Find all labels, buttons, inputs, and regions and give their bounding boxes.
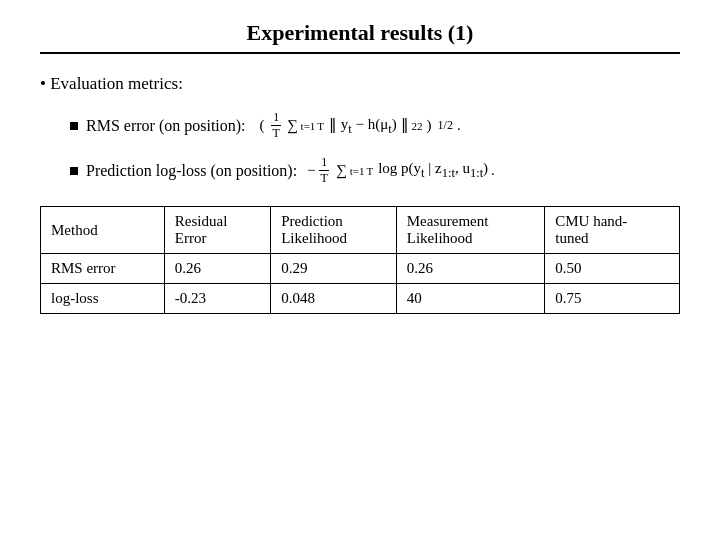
rms-formula: ( 1T ∑ t=1 T ‖ yt − h(μt) ‖ 2 2 ) 1/2 . [256, 110, 461, 141]
log-loss-formula: − 1T ∑ t=1 T log p(yt | z1:t, u1:t) . [307, 155, 495, 186]
table-row: log-loss -0.23 0.048 40 0.75 [41, 284, 680, 314]
cell-cmu-1: 0.50 [545, 254, 680, 284]
content-area: Evaluation metrics: RMS error (on positi… [40, 74, 680, 314]
cell-meas-1: 0.26 [396, 254, 545, 284]
rms-error-bullet: RMS error (on position): ( 1T ∑ t=1 T ‖ … [70, 110, 680, 141]
rms-label: RMS error (on position): [86, 117, 246, 135]
col-method: Method [41, 207, 165, 254]
evaluation-metrics-header: Evaluation metrics: [40, 74, 680, 94]
cell-cmu-2: 0.75 [545, 284, 680, 314]
col-measurement-likelihood: MeasurementLikelihood [396, 207, 545, 254]
cell-pred-1: 0.29 [271, 254, 397, 284]
cell-method-1: RMS error [41, 254, 165, 284]
col-residual-error: ResidualError [164, 207, 270, 254]
cell-method-2: log-loss [41, 284, 165, 314]
cell-residual-1: 0.26 [164, 254, 270, 284]
bullet-marker-2 [70, 167, 78, 175]
log-loss-label: Prediction log-loss (on position): [86, 162, 297, 180]
cell-meas-2: 40 [396, 284, 545, 314]
results-table: Method ResidualError PredictionLikelihoo… [40, 206, 680, 314]
table-header-row: Method ResidualError PredictionLikelihoo… [41, 207, 680, 254]
page-title: Experimental results (1) [247, 20, 474, 46]
cell-residual-2: -0.23 [164, 284, 270, 314]
col-cmu-handtuned: CMU hand-tuned [545, 207, 680, 254]
col-prediction-likelihood: PredictionLikelihood [271, 207, 397, 254]
bullet-marker [70, 122, 78, 130]
title-divider [40, 52, 680, 54]
table-row: RMS error 0.26 0.29 0.26 0.50 [41, 254, 680, 284]
log-loss-bullet: Prediction log-loss (on position): − 1T … [70, 155, 680, 186]
cell-pred-2: 0.048 [271, 284, 397, 314]
